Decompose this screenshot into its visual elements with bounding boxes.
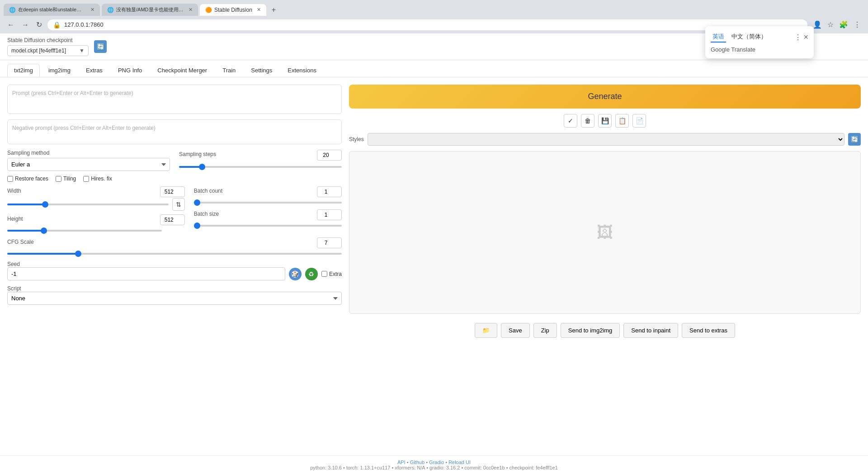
tiling-input[interactable] xyxy=(56,176,61,182)
cfg-scale-slider[interactable] xyxy=(7,253,342,255)
extensions-button[interactable]: 🧩 xyxy=(837,19,850,31)
prompt-box[interactable]: Prompt (press Ctrl+Enter or Alt+Enter to… xyxy=(7,85,342,114)
sd-reload-button[interactable]: 🔄 xyxy=(94,40,107,53)
restore-faces-checkbox[interactable]: Restore faces xyxy=(7,175,48,182)
save-button[interactable]: Save xyxy=(501,323,530,338)
batch-size-slider[interactable] xyxy=(194,225,342,227)
browser-tab-2[interactable]: 🌐 没有独显/AMD显卡也能使用AI... ✕ xyxy=(102,4,198,16)
sampling-steps-label: Sampling steps xyxy=(179,151,216,157)
wh-batch-row: Width ⇅ Height xyxy=(7,186,342,233)
sampling-steps-input[interactable]: 20 xyxy=(317,150,342,161)
swap-wh-button[interactable]: ⇅ xyxy=(172,198,185,211)
seed-recycle-button[interactable]: ♻ xyxy=(305,268,318,280)
sd-footer: API • Github • Gradio • Reload UI python… xyxy=(0,455,868,474)
tab2-title: 没有独显/AMD显卡也能使用AI... xyxy=(116,6,184,13)
translate-menu: ⋮ × xyxy=(794,33,808,42)
wh-section: Width ⇅ Height xyxy=(7,186,185,233)
tab-checkpoint-merger[interactable]: Checkpoint Merger xyxy=(151,64,214,77)
translate-close-button[interactable]: × xyxy=(803,33,808,42)
script-section: Script None xyxy=(7,285,342,305)
footer-gradio[interactable]: Gradio xyxy=(429,460,444,465)
translate-langs: 英语 中文（简体） xyxy=(711,32,769,43)
tab-img2img[interactable]: img2img xyxy=(42,64,77,77)
tab-train[interactable]: Train xyxy=(216,64,242,77)
tab3-close[interactable]: ✕ xyxy=(257,7,261,13)
height-input[interactable] xyxy=(160,214,185,225)
zip-button[interactable]: Zip xyxy=(533,323,557,338)
tab2-close[interactable]: ✕ xyxy=(189,7,193,13)
settings-button[interactable]: ⋮ xyxy=(852,19,863,31)
extra-checkbox[interactable]: Extra xyxy=(321,271,342,277)
footer-sep1: • xyxy=(407,460,410,465)
tiling-checkbox[interactable]: Tiling xyxy=(56,175,76,182)
tab-settings[interactable]: Settings xyxy=(244,64,279,77)
cfg-scale-input[interactable] xyxy=(317,237,342,248)
footer-reload[interactable]: Reload UI xyxy=(448,460,471,465)
extra-checkbox-input[interactable] xyxy=(321,271,327,277)
translate-brand: Google Translate xyxy=(711,46,808,53)
script-select[interactable]: None xyxy=(7,292,342,305)
batch-size-input[interactable] xyxy=(317,209,342,220)
hires-fix-input[interactable] xyxy=(83,176,89,182)
toolbar-icons: 👤 ☆ 🧩 ⋮ xyxy=(811,19,863,31)
width-input[interactable] xyxy=(160,186,185,197)
checkpoint-select[interactable]: model.ckpt [fe4efff1e1] ▼ xyxy=(7,45,89,56)
reload-button[interactable]: ↻ xyxy=(34,19,44,31)
seed-input[interactable] xyxy=(7,267,285,280)
paste-button[interactable]: 📄 xyxy=(632,114,646,128)
send-extras-button[interactable]: Send to extras xyxy=(682,323,735,338)
new-tab-button[interactable]: + xyxy=(268,4,279,16)
tab-extensions[interactable]: Extensions xyxy=(281,64,323,77)
browser-tab-1[interactable]: 🌐 在deepin stable和unstable版本... ✕ xyxy=(4,4,100,16)
seed-dice-button[interactable]: 🎲 xyxy=(289,268,302,280)
save-style-button[interactable]: 💾 xyxy=(598,114,612,128)
checkpoint-dropdown-icon: ▼ xyxy=(79,47,85,54)
styles-select[interactable] xyxy=(368,133,844,146)
translate-lang-zh[interactable]: 中文（简体） xyxy=(730,32,769,43)
copy-button[interactable]: 📋 xyxy=(615,114,629,128)
open-folder-button[interactable]: 📁 xyxy=(475,323,497,338)
generate-button[interactable]: Generate xyxy=(349,85,861,109)
browser-tab-3[interactable]: 🟠 Stable Diffusion ✕ xyxy=(200,4,266,16)
tiling-label: Tiling xyxy=(63,175,76,182)
tab-pnginfo[interactable]: PNG Info xyxy=(111,64,149,77)
translate-lang-en[interactable]: 英语 xyxy=(711,32,726,43)
sampling-row: Sampling method Euler a Sampling steps 2… xyxy=(7,150,342,171)
send-inpaint-button[interactable]: Send to inpaint xyxy=(623,323,678,338)
batch-count-row: Batch count xyxy=(194,186,342,205)
tab-extras[interactable]: Extras xyxy=(79,64,109,77)
tab1-favicon: 🌐 xyxy=(9,7,15,13)
hires-fix-checkbox[interactable]: Hires. fix xyxy=(83,175,112,182)
seed-section: Seed 🎲 ♻ Extra xyxy=(7,261,342,280)
extra-label: Extra xyxy=(329,271,342,277)
sampling-steps-slider[interactable] xyxy=(179,166,342,168)
back-button[interactable]: ← xyxy=(5,19,16,31)
action-icons-row: ✓ 🗑 💾 📋 📄 xyxy=(349,112,861,129)
tab3-favicon: 🟠 xyxy=(205,7,212,13)
checkmark-button[interactable]: ✓ xyxy=(564,114,577,128)
footer-github[interactable]: Github xyxy=(410,460,425,465)
restore-faces-label: Restore faces xyxy=(15,175,48,182)
tab-txt2img[interactable]: txt2img xyxy=(7,64,40,77)
negative-prompt-box[interactable]: Negative prompt (press Ctrl+Enter or Alt… xyxy=(7,119,342,144)
send-img2img-button[interactable]: Send to img2img xyxy=(561,323,620,338)
width-slider[interactable] xyxy=(7,204,169,205)
forward-button[interactable]: → xyxy=(20,19,31,31)
lock-icon: 🔒 xyxy=(53,21,61,28)
tab2-favicon: 🌐 xyxy=(107,7,113,13)
trash-button[interactable]: 🗑 xyxy=(581,114,594,128)
sampling-method-select[interactable]: Euler a xyxy=(7,158,170,171)
tab1-close[interactable]: ✕ xyxy=(90,7,94,13)
batch-count-slider[interactable] xyxy=(194,202,342,204)
styles-label: Styles xyxy=(349,136,364,142)
address-bar[interactable]: 🔒 127.0.0.1:7860 xyxy=(47,19,807,30)
styles-refresh-button[interactable]: 🔄 xyxy=(848,133,861,146)
footer-api[interactable]: API xyxy=(397,460,406,465)
tab1-title: 在deepin stable和unstable版本... xyxy=(18,6,86,13)
restore-faces-input[interactable] xyxy=(7,176,13,182)
address-text: 127.0.0.1:7860 xyxy=(64,21,802,28)
batch-count-input[interactable] xyxy=(317,186,342,197)
star-button[interactable]: ☆ xyxy=(826,19,835,31)
height-slider[interactable] xyxy=(7,230,162,232)
translate-more-button[interactable]: ⋮ xyxy=(794,33,802,42)
